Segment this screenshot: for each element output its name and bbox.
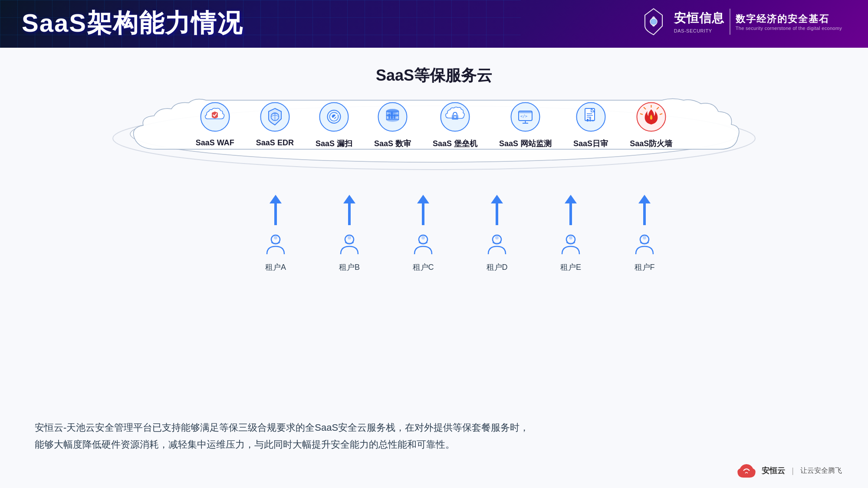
svg-point-22 [454,116,456,118]
firewall-label: SaaS防火墙 [630,138,672,149]
svg-rect-35 [589,118,591,121]
bastion-icon-wrapper [438,99,473,134]
monitor-icon-wrapper: </> [508,99,543,134]
service-waf: SaaS WAF [196,99,234,147]
edr-label: SaaS EDR [256,138,294,147]
main-content: SaaS等保服务云 [0,48,868,488]
log-icon-wrapper [573,99,608,134]
shaft-1 [274,203,277,225]
svg-rect-34 [587,119,589,121]
svg-point-46 [348,236,351,239]
tenant-b-icon [336,232,362,258]
brand-slogan-cn: 数字经济的安全基石 [736,13,842,26]
cloud-container: SaaS WAF SaaS [65,91,803,190]
svg-rect-18 [391,112,393,119]
tenant-a: 租户A [250,232,302,272]
brand-text-right: 数字经济的安全基石 The security cornerstone of th… [736,13,842,31]
tenant-e-label: 租户E [560,262,581,272]
edr-icon [259,101,291,133]
tenant-c-label: 租户C [413,262,434,272]
tenant-e: 租户E [545,232,597,272]
logo-area: 安恒信息 DAS-SECURITY 数字经济的安全基石 The security… [638,7,842,37]
bottom-slogan: 让云安全腾飞 [800,466,842,475]
log-label: SaaS日审 [573,138,608,149]
scan-icon [318,101,350,133]
arrow-1 [250,195,302,225]
description-line1: 安恒云-天池云安全管理平台已支持能够满足等保三级合规要求的全SaaS安全云服务栈… [35,419,833,436]
audit-icon-wrapper [375,99,410,134]
arrow-3 [397,195,449,225]
tenant-d-icon [484,232,510,258]
scan-label: SaaS 漏扫 [316,138,352,149]
tenant-b: 租户B [323,232,375,272]
bottom-brand: 安恒云 [762,465,785,476]
arrow-6 [618,195,671,225]
waf-icon-wrapper [197,99,232,134]
description-line2: 能够大幅度降低硬件资源消耗，减轻集中运维压力，与此同时大幅提升安全能力的总性能和… [35,436,833,453]
monitor-icon: </> [509,101,542,133]
shaft-5 [569,203,572,225]
brand-das: DAS-SECURITY [674,28,724,33]
arrow-up-5 [565,195,577,203]
svg-rect-17 [388,114,390,119]
firewall-icon-wrapper [634,99,668,134]
service-audit: SaaS 数审 [374,99,411,149]
shaft-2 [348,203,351,225]
service-edr: SaaS EDR [256,99,294,147]
scan-icon-wrapper [316,99,351,134]
brand-name-cn: 安恒信息 [674,10,724,26]
tenant-f-icon [631,232,658,258]
tenant-f: 租户F [618,232,671,272]
tenant-a-label: 租户A [265,262,286,272]
service-firewall: SaaS防火墙 [630,99,672,149]
svg-rect-36 [592,120,594,121]
arrow-up-6 [638,195,651,203]
bottom-logo: 安恒云 | 让云安全腾飞 [736,462,842,479]
waf-icon [199,101,231,133]
bottom-separator: | [792,466,794,475]
svg-rect-19 [394,115,395,119]
services-row: SaaS WAF SaaS [108,99,760,149]
logo-divider [730,9,730,35]
svg-point-44 [274,236,277,239]
bastion-icon [439,101,471,133]
shaft-3 [422,203,424,225]
arrow-4 [471,195,523,225]
svg-text:</>: </> [520,114,528,118]
tenants-section: 租户A 租户B 租户C [195,232,673,272]
tenant-e-icon [558,232,584,258]
tenant-c-icon [410,232,436,258]
edr-icon-wrapper [257,99,292,134]
log-icon [575,101,607,133]
tenant-d: 租户D [471,232,523,272]
tenant-c: 租户C [397,232,449,272]
das-security-icon [638,7,669,37]
tenant-f-label: 租户F [635,262,655,272]
svg-point-52 [569,236,572,239]
cloud-title: SaaS等保服务云 [376,65,492,86]
arrow-2 [323,195,375,225]
service-bastion: SaaS 堡垒机 [433,99,477,149]
service-monitor: </> SaaS 网站监测 [499,99,552,149]
monitor-label: SaaS 网站监测 [499,138,552,149]
tenant-d-label: 租户D [487,262,508,272]
svg-point-50 [495,236,499,239]
tenant-b-label: 租户B [339,262,360,272]
arrows-section [195,195,673,225]
arrow-5 [545,195,597,225]
description-area: 安恒云-天池云安全管理平台已支持能够满足等保三级合规要求的全SaaS安全云服务栈… [35,419,833,453]
service-scan: SaaS 漏扫 [316,99,352,149]
page-title: SaaS架构能力情况 [22,7,243,40]
audit-icon [376,101,409,133]
arrow-up-4 [491,195,503,203]
firewall-icon [635,101,667,133]
arrow-up-1 [270,195,282,203]
svg-point-54 [643,236,646,239]
brand-slogan-en: The security cornerstone of the digital … [736,26,842,31]
audit-label: SaaS 数审 [374,138,411,149]
bottom-logo-icon [736,462,757,479]
shaft-6 [643,203,646,225]
brand-text-left: 安恒信息 DAS-SECURITY [674,10,724,33]
waf-label: SaaS WAF [196,138,234,147]
svg-point-0 [650,18,657,25]
